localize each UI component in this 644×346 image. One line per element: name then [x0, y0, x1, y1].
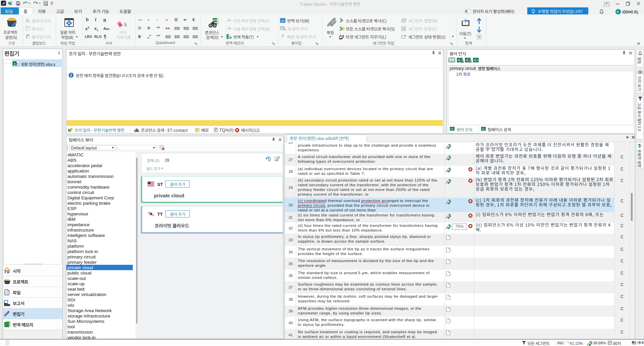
svg-text:S: S [3, 2, 5, 5]
svg-text:z: z [453, 128, 454, 130]
svg-text:Z: Z [453, 59, 454, 61]
svg-text:Az: Az [281, 19, 285, 22]
svg-text:Az: Az [281, 27, 284, 30]
svg-text:A: A [466, 59, 467, 62]
svg-text:A: A [123, 21, 127, 28]
svg-text:z: z [484, 128, 485, 130]
svg-text:A: A [449, 59, 451, 61]
svg-text:x: x [14, 62, 15, 65]
svg-text:z: z [477, 59, 478, 62]
svg-text:A: A [474, 59, 475, 62]
svg-text:A: A [458, 59, 459, 62]
